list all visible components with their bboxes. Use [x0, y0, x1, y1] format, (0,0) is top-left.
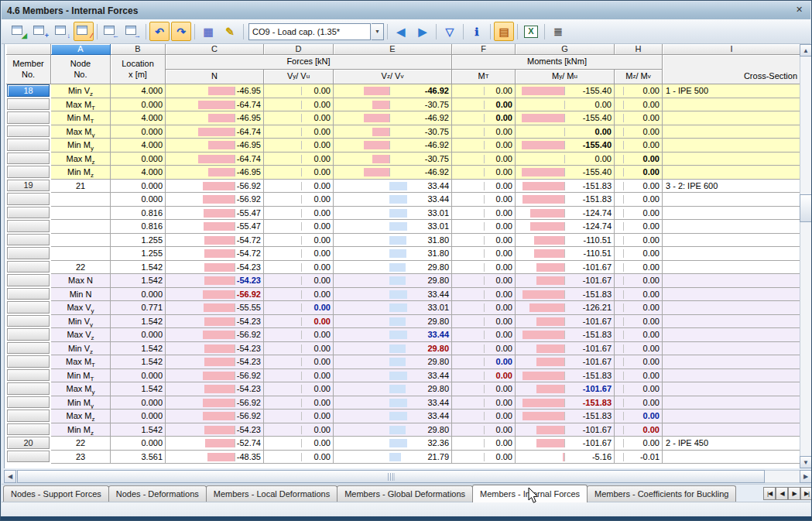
cell-mz[interactable]: 0.00 [615, 125, 663, 139]
cell-node[interactable]: 23 [51, 451, 111, 464]
cell-cs[interactable] [663, 98, 801, 112]
next-table-icon[interactable]: → [122, 22, 142, 41]
cell-cs[interactable] [663, 274, 801, 288]
cell-mt[interactable]: 0.00 [452, 84, 516, 98]
cell-vy[interactable]: 0.00 [264, 166, 334, 180]
vy-header[interactable]: Vy / Vu [264, 70, 334, 84]
cell-n[interactable]: -56.92 [166, 369, 264, 383]
node-no-header[interactable]: NodeNo. [51, 55, 111, 84]
member-no-cell[interactable] [6, 125, 51, 139]
member-no-cell[interactable]: 20 [6, 437, 51, 451]
column-letter-E[interactable]: E [334, 44, 452, 55]
member-no-cell[interactable]: 19 [6, 180, 51, 194]
member-no-cell[interactable] [6, 166, 51, 180]
cell-mt[interactable]: 0.00 [452, 247, 516, 261]
cell-mt[interactable]: 0.00 [452, 207, 516, 221]
cell-node[interactable]: 21 [51, 180, 111, 194]
cell-my[interactable]: -151.83 [516, 288, 615, 302]
cell-n[interactable]: -54.23 [166, 355, 264, 369]
cell-vz[interactable]: 21.79 [334, 451, 452, 464]
cell-mt[interactable]: 0.00 [452, 451, 516, 464]
cell-vy[interactable]: 0.00 [264, 84, 334, 98]
cell-vy[interactable]: 0.00 [264, 139, 334, 153]
filter-icon[interactable]: ▽ [440, 22, 460, 41]
cell-mt[interactable]: 0.00 [452, 437, 516, 451]
cell-node[interactable]: Min My [51, 396, 111, 410]
cell-node[interactable]: Min MT [51, 369, 111, 383]
row-header-button[interactable]: 20 [7, 437, 50, 449]
cell-n[interactable]: -55.47 [166, 207, 264, 221]
cell-node[interactable] [51, 247, 111, 261]
cell-node[interactable]: Max My [51, 382, 111, 396]
cell-mt[interactable]: 0.00 [452, 355, 516, 369]
cell-cs[interactable] [663, 261, 801, 275]
edit-pencil-icon[interactable]: ✎ [220, 22, 240, 41]
cell-my[interactable]: -151.83 [516, 193, 615, 207]
row-header-button[interactable] [7, 166, 50, 178]
corner-header[interactable] [6, 44, 51, 55]
cell-mt[interactable]: 0.00 [452, 369, 516, 383]
cell-x[interactable]: 1.542 [111, 382, 166, 396]
cell-mz[interactable]: 0.00 [615, 288, 663, 302]
cell-my[interactable]: -101.67 [516, 355, 615, 369]
cell-node[interactable]: Min Vz [51, 342, 111, 356]
cell-n[interactable]: -46.95 [166, 166, 264, 180]
cell-vy[interactable]: 0.00 [264, 98, 334, 112]
cell-cs[interactable] [663, 234, 801, 248]
row-header-button[interactable] [7, 153, 50, 165]
cell-node[interactable]: Min Vy [51, 315, 111, 329]
cell-n[interactable]: -56.92 [166, 328, 264, 342]
cell-cs[interactable] [663, 342, 801, 356]
table-grid-icon[interactable]: ▦ [198, 22, 218, 41]
member-no-cell[interactable] [6, 234, 51, 248]
cell-cs[interactable] [663, 301, 801, 315]
cell-vz[interactable]: 29.80 [334, 423, 452, 437]
member-no-cell[interactable] [6, 288, 51, 302]
column-letter-G[interactable]: G [516, 44, 615, 55]
cell-my[interactable]: -101.67 [516, 315, 615, 329]
cell-vy[interactable]: 0.00 [264, 410, 334, 423]
cell-mz[interactable]: 0.00 [615, 139, 663, 153]
tab-members-coefficients-for-buckling[interactable]: Members - Coefficients for Buckling [587, 485, 736, 502]
tab-nodes-support-forces[interactable]: Nodes - Support Forces [3, 485, 109, 502]
cell-mz[interactable]: 0.00 [615, 234, 663, 248]
cell-node[interactable]: Max N [51, 274, 111, 288]
cell-mz[interactable]: 0.00 [615, 180, 663, 194]
cell-vz[interactable]: 29.80 [334, 315, 452, 329]
row-header-button[interactable] [7, 423, 50, 436]
cell-mt[interactable]: 0.00 [452, 288, 516, 302]
cell-my[interactable]: -155.40 [516, 84, 615, 98]
cell-vy[interactable]: 0.00 [264, 193, 334, 207]
cell-x[interactable]: 1.542 [111, 342, 166, 356]
cell-vy[interactable]: 0.00 [264, 261, 334, 275]
cell-cs[interactable] [663, 382, 801, 396]
cell-n[interactable]: -46.95 [166, 139, 264, 153]
cell-vz[interactable]: 33.44 [334, 369, 452, 383]
cell-mt[interactable]: 0.00 [452, 98, 516, 112]
cell-vy[interactable]: 0.00 [264, 328, 334, 342]
row-header-button[interactable] [7, 98, 50, 111]
cell-n[interactable]: -64.74 [166, 98, 264, 112]
cell-node[interactable] [51, 220, 111, 234]
row-header-button[interactable] [7, 220, 50, 232]
cell-n[interactable]: -52.74 [166, 437, 264, 451]
cell-vz[interactable]: 29.80 [334, 274, 452, 288]
cell-cs[interactable] [663, 111, 801, 125]
column-letter-A[interactable]: A [51, 44, 111, 55]
cell-vz[interactable]: -30.75 [334, 98, 452, 112]
cell-mz[interactable]: 0.00 [615, 328, 663, 342]
cell-vz[interactable]: 29.80 [334, 261, 452, 275]
cell-vz[interactable]: 33.44 [334, 396, 452, 410]
cell-x[interactable]: 1.542 [111, 274, 166, 288]
member-no-cell[interactable] [6, 342, 51, 356]
diagram-bars-icon[interactable]: ▤ [494, 22, 514, 41]
cell-vz[interactable]: 33.44 [334, 180, 452, 194]
cell-vy[interactable]: 0.00 [264, 437, 334, 451]
cell-my[interactable]: -151.83 [516, 328, 615, 342]
cell-x[interactable]: 0.000 [111, 328, 166, 342]
cell-cs[interactable] [663, 410, 801, 423]
cell-my[interactable]: 0.00 [516, 153, 615, 166]
member-no-cell[interactable] [6, 247, 51, 261]
cell-node[interactable]: Max Mz [51, 410, 111, 423]
undo-icon[interactable]: ↶ [149, 22, 170, 41]
